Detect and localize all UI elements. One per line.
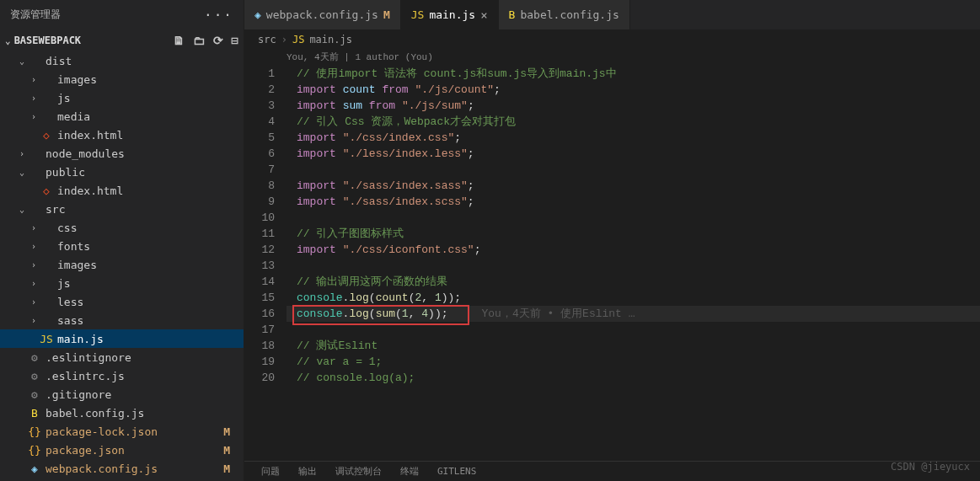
new-folder-icon[interactable]: 🗀 <box>193 34 205 47</box>
panel-tab[interactable]: GITLENS <box>437 466 476 477</box>
code-line[interactable]: console.log(count(2, 1)); <box>287 290 980 306</box>
code-line[interactable]: // 输出调用这两个函数的结果 <box>287 274 980 290</box>
editor-tab[interactable]: JSmain.js× <box>401 0 499 29</box>
chevron-right-icon: › <box>29 75 39 84</box>
tree-file[interactable]: ⚙.gitignore <box>0 385 244 404</box>
tree-file[interactable]: JSmain.js <box>0 329 244 348</box>
code-editor[interactable]: 1234567891011121314151617181920 You, 4天前… <box>244 50 980 461</box>
new-file-icon[interactable]: 🗎 <box>173 34 185 47</box>
tree-file[interactable]: ◇index.html <box>0 181 244 200</box>
chevron-right-icon: › <box>29 260 39 270</box>
code-line[interactable]: // 引入 Css 资源，Webpack才会对其打包 <box>287 114 980 130</box>
panel-tab[interactable]: 调试控制台 <box>335 465 382 478</box>
json-icon: {} <box>27 444 42 457</box>
tab-label: main.js <box>429 8 475 21</box>
html-icon: ◇ <box>39 129 54 142</box>
tree-folder[interactable]: ›node_modules <box>0 144 244 163</box>
breadcrumb-part[interactable]: src <box>258 34 276 45</box>
tree-folder[interactable]: ›js <box>0 88 244 107</box>
tree-folder[interactable]: ›css <box>0 218 244 237</box>
code-line[interactable]: // 测试Eslint <box>287 338 980 354</box>
code-line[interactable]: // 引入子图图标样式 <box>287 226 980 242</box>
code-line[interactable]: import "./sass/index.scss"; <box>287 194 980 210</box>
chevron-down-icon: ⌄ <box>17 168 27 177</box>
tree-file[interactable]: ◇index.html <box>0 126 244 144</box>
more-icon[interactable]: ··· <box>204 7 233 23</box>
tree-folder[interactable]: ›js <box>0 274 244 292</box>
git-status-badge: M <box>223 425 235 438</box>
tab-label: webpack.config.js <box>266 8 378 21</box>
code-line[interactable] <box>287 210 980 226</box>
tree-folder[interactable]: ›fonts <box>0 237 244 255</box>
code-line[interactable] <box>287 322 980 338</box>
line-number: 1 <box>244 66 275 82</box>
code-line[interactable]: import sum from "./js/sum"; <box>287 98 980 114</box>
refresh-icon[interactable]: ⟳ <box>213 34 223 47</box>
tree-folder[interactable]: ⌄public <box>0 163 244 181</box>
explorer-title: 资源管理器 <box>10 8 61 22</box>
code-line[interactable]: import "./less/index.less"; <box>287 146 980 162</box>
tree-file[interactable]: ◈webpack.config.jsM <box>0 459 244 478</box>
code-line[interactable]: console.log(sum(1, 4));You，4天前 • 使用Eslin… <box>287 306 980 322</box>
codelens[interactable]: You, 4天前 | 1 author (You) <box>287 50 980 66</box>
editor-group: ◈webpack.config.jsMJSmain.js×Bbabel.conf… <box>244 0 980 481</box>
tab-label: babel.config.js <box>520 8 619 21</box>
project-name: BASEWEBPACK <box>14 35 81 46</box>
panel-tab[interactable]: 问题 <box>261 465 280 478</box>
chevron-down-icon: ⌄ <box>5 35 11 46</box>
tree-item-label: .eslintignore <box>46 351 131 364</box>
bottom-panel-tabs: 问题输出调试控制台终端GITLENS <box>244 461 980 481</box>
editor-tab[interactable]: Bbabel.config.js <box>499 0 630 29</box>
tree-file[interactable]: ⚙.eslintrc.js <box>0 366 244 385</box>
tree-file[interactable]: ⚙.eslintignore <box>0 348 244 366</box>
code-line[interactable] <box>287 258 980 274</box>
code-line[interactable]: import count from "./js/count"; <box>287 82 980 98</box>
tree-item-label: index.html <box>57 184 123 197</box>
collapse-icon[interactable]: ⊟ <box>232 34 238 47</box>
tree-file[interactable]: {}package.jsonM <box>0 441 244 459</box>
tree-item-label: .gitignore <box>46 388 111 401</box>
modified-indicator: M <box>383 8 390 21</box>
line-number: 16 <box>244 306 275 322</box>
breadcrumb[interactable]: src › JS main.js <box>244 29 980 50</box>
panel-tab[interactable]: 终端 <box>400 465 419 478</box>
line-number: 8 <box>244 178 275 194</box>
js-icon: JS <box>292 34 304 45</box>
tree-file[interactable]: Bbabel.config.js <box>0 404 244 422</box>
code-line[interactable]: // console.log(a); <box>287 370 980 386</box>
code-area[interactable]: You, 4天前 | 1 author (You) // 使用import 语法… <box>287 50 980 461</box>
js-icon: JS <box>39 333 54 345</box>
tree-item-label: js <box>57 277 71 290</box>
chevron-right-icon: › <box>29 279 39 288</box>
line-number: 6 <box>244 146 275 162</box>
code-line[interactable]: import "./css/index.css"; <box>287 130 980 146</box>
file-tree[interactable]: ⌄dist›images›js›media◇index.html›node_mo… <box>0 51 244 481</box>
tree-folder[interactable]: ›media <box>0 107 244 126</box>
tree-folder[interactable]: ›sass <box>0 311 244 329</box>
tree-folder[interactable]: ›images <box>0 255 244 274</box>
code-line[interactable]: // var a = 1; <box>287 354 980 370</box>
tree-folder[interactable]: ⌄src <box>0 200 244 218</box>
code-line[interactable]: import "./sass/index.sass"; <box>287 178 980 194</box>
tree-file[interactable]: {}package-lock.jsonM <box>0 422 244 441</box>
tree-item-label: index.html <box>57 129 123 142</box>
project-header[interactable]: ⌄ BASEWEBPACK 🗎 🗀 ⟳ ⊟ <box>0 29 244 51</box>
line-number: 5 <box>244 130 275 146</box>
tree-folder[interactable]: ⌄dist <box>0 51 244 70</box>
tree-folder[interactable]: ›less <box>0 292 244 311</box>
line-number: 2 <box>244 82 275 98</box>
close-icon[interactable]: × <box>480 8 487 22</box>
breadcrumb-part[interactable]: main.js <box>309 34 352 45</box>
tree-folder[interactable]: ›images <box>0 70 244 88</box>
tree-item-label: media <box>57 110 90 123</box>
panel-tab[interactable]: 输出 <box>298 465 317 478</box>
editor-tab[interactable]: ◈webpack.config.jsM <box>244 0 401 29</box>
tree-item-label: babel.config.js <box>46 407 144 420</box>
code-line[interactable] <box>287 162 980 178</box>
settings-icon: ⚙ <box>27 370 42 382</box>
chevron-right-icon: › <box>281 34 287 45</box>
editor-tabs: ◈webpack.config.jsMJSmain.js×Bbabel.conf… <box>244 0 980 29</box>
code-line[interactable]: // 使用import 语法将 count.js和sum.js导入到main.j… <box>287 66 980 82</box>
code-line[interactable]: import "./css/iconfont.css"; <box>287 242 980 258</box>
chevron-right-icon: › <box>29 112 39 121</box>
